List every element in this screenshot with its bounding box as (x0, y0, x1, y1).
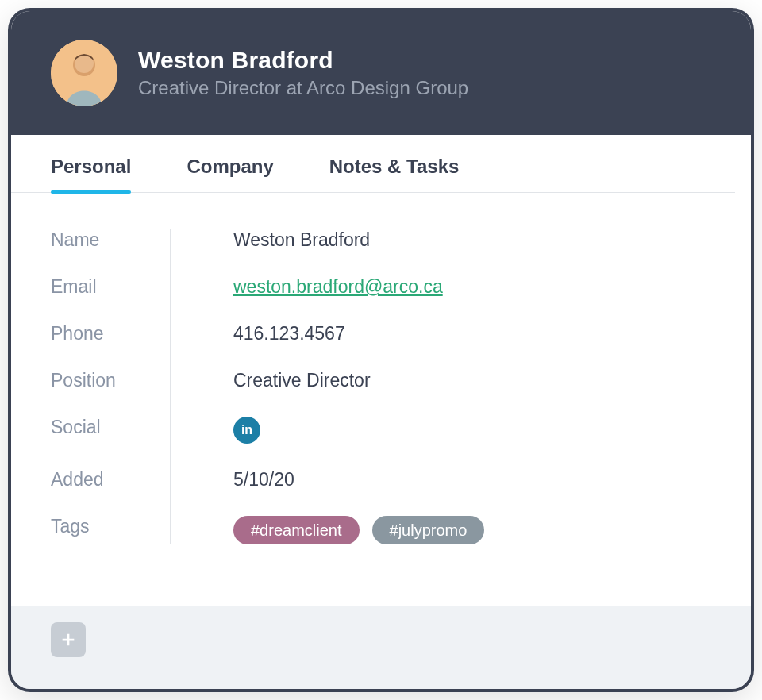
avatar-image (51, 40, 117, 106)
label-social: Social (51, 417, 154, 444)
tab-notes-tasks[interactable]: Notes & Tasks (329, 156, 460, 192)
tag-dreamclient[interactable]: #dreamclient (233, 516, 360, 544)
value-social: in (202, 417, 711, 444)
value-phone: 416.123.4567 (202, 323, 711, 344)
label-name: Name (51, 229, 154, 251)
add-button[interactable] (51, 622, 86, 657)
avatar[interactable] (51, 40, 117, 106)
label-tags: Tags (51, 516, 154, 544)
card-footer (11, 606, 751, 689)
tab-company[interactable]: Company (187, 156, 273, 192)
card-header: Weston Bradford Creative Director at Arc… (11, 11, 751, 135)
label-email: Email (51, 276, 154, 298)
tabs: Personal Company Notes & Tasks (11, 135, 735, 193)
plus-icon (60, 631, 77, 648)
linkedin-icon[interactable]: in (233, 417, 260, 444)
label-position: Position (51, 370, 154, 391)
label-added: Added (51, 469, 154, 490)
value-email-wrap: weston.bradford@arco.ca (202, 276, 711, 298)
value-position: Creative Director (202, 370, 711, 391)
details-grid: Name Weston Bradford Email weston.bradfo… (51, 229, 711, 544)
contact-name: Weston Bradford (138, 47, 468, 74)
card-body: Name Weston Bradford Email weston.bradfo… (11, 193, 751, 606)
tag-julypromo[interactable]: #julypromo (372, 516, 485, 544)
tab-personal[interactable]: Personal (51, 156, 131, 192)
contact-subtitle: Creative Director at Arco Design Group (138, 77, 468, 99)
value-added: 5/10/20 (202, 469, 711, 490)
value-email[interactable]: weston.bradford@arco.ca (233, 276, 443, 297)
header-text: Weston Bradford Creative Director at Arc… (138, 47, 468, 99)
label-phone: Phone (51, 323, 154, 344)
tags-row: #dreamclient #julypromo (202, 516, 711, 544)
contact-card: Weston Bradford Creative Director at Arc… (8, 8, 754, 692)
value-name: Weston Bradford (202, 229, 711, 251)
